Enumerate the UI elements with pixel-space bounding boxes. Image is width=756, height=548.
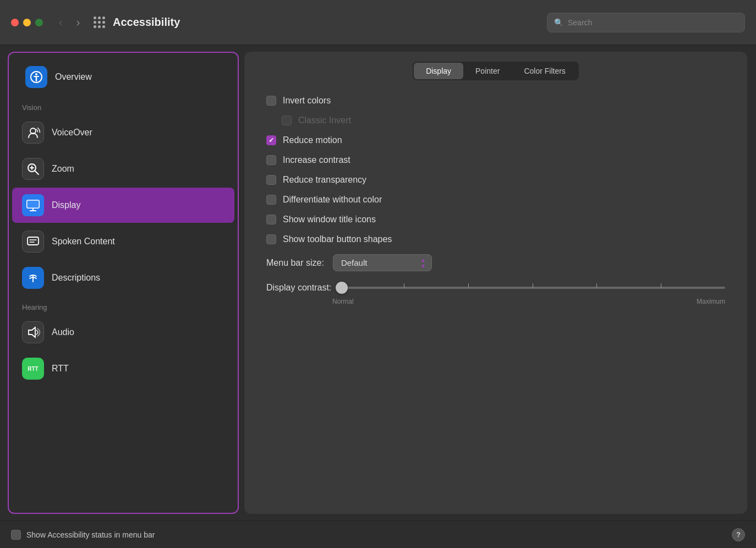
show-accessibility-label: Show Accessibility status in menu bar xyxy=(26,530,155,539)
tabs-container: Display Pointer Color Filters xyxy=(244,52,747,80)
svg-point-1 xyxy=(35,73,37,75)
help-button[interactable]: ? xyxy=(732,528,745,541)
sidebar-item-label-zoom: Zoom xyxy=(52,164,74,174)
checkmark-icon: ✓ xyxy=(269,136,274,144)
label-reduce-motion: Reduce motion xyxy=(283,135,342,145)
spoken-content-icon xyxy=(22,231,44,253)
tab-display[interactable]: Display xyxy=(414,63,463,79)
contrast-row: Display contrast: xyxy=(266,281,725,305)
bottom-bar: Show Accessibility status in menu bar ? xyxy=(0,520,756,548)
setting-row-reduce-transparency: Reduce transparency xyxy=(266,175,725,185)
zoom-icon xyxy=(22,158,44,180)
sidebar-item-spoken-content[interactable]: Spoken Content xyxy=(12,224,234,259)
menu-bar-size-select[interactable]: Default ▲ ▼ xyxy=(333,254,432,271)
checkbox-classic-invert[interactable] xyxy=(282,116,292,125)
overview-icon xyxy=(25,66,47,88)
svg-line-6 xyxy=(35,171,39,175)
label-invert-colors: Invert colors xyxy=(283,96,331,106)
checkbox-differentiate[interactable] xyxy=(266,195,276,205)
sidebar-section-hearing: Hearing xyxy=(9,297,238,314)
setting-row-invert-colors: Invert colors xyxy=(266,96,725,106)
contrast-slider-container xyxy=(340,281,725,294)
svg-rect-12 xyxy=(27,200,39,208)
label-classic-invert: Classic Invert xyxy=(298,116,351,125)
display-icon xyxy=(22,194,44,216)
traffic-lights xyxy=(11,19,43,26)
checkbox-reduce-transparency[interactable] xyxy=(266,175,276,185)
checkbox-invert-colors[interactable] xyxy=(266,96,276,106)
select-arrows-icon: ▲ ▼ xyxy=(420,257,426,268)
setting-row-differentiate: Differentiate without color xyxy=(266,195,725,205)
descriptions-icon xyxy=(22,267,44,289)
checkbox-reduce-motion[interactable]: ✓ xyxy=(266,135,276,145)
contrast-slider-thumb[interactable] xyxy=(336,282,348,294)
setting-row-increase-contrast: Increase contrast xyxy=(266,155,725,165)
sidebar-item-label-display: Display xyxy=(52,200,80,210)
sidebar-item-zoom[interactable]: Zoom xyxy=(12,151,234,187)
sidebar-item-label-rtt: RTT xyxy=(52,364,69,374)
search-bar[interactable]: 🔍 Search xyxy=(547,13,745,32)
label-increase-contrast: Increase contrast xyxy=(283,155,350,165)
app-grid-icon[interactable] xyxy=(94,17,105,28)
slider-label-normal: Normal xyxy=(332,298,354,305)
sidebar-item-label-overview: Overview xyxy=(55,72,92,82)
forward-button[interactable]: › xyxy=(72,16,85,29)
tab-pointer[interactable]: Pointer xyxy=(463,63,512,79)
settings-content: Invert colors Classic Invert ✓ Reduce mo… xyxy=(244,80,747,514)
nav-arrows: ‹ › xyxy=(54,16,85,29)
tab-group: Display Pointer Color Filters xyxy=(413,62,579,80)
back-button[interactable]: ‹ xyxy=(54,16,67,29)
setting-row-toolbar-shapes: Show toolbar button shapes xyxy=(266,234,725,244)
setting-row-classic-invert: Classic Invert xyxy=(282,116,725,125)
sidebar-item-audio[interactable]: Audio xyxy=(12,315,234,350)
right-panel: Display Pointer Color Filters Invert col… xyxy=(239,45,756,520)
fullscreen-button[interactable] xyxy=(35,19,43,26)
checkbox-increase-contrast[interactable] xyxy=(266,155,276,165)
sidebar-item-voiceover[interactable]: VoiceOver xyxy=(12,115,234,150)
sidebar-item-label-audio: Audio xyxy=(52,327,74,337)
setting-row-reduce-motion: ✓ Reduce motion xyxy=(266,135,725,145)
sidebar-item-label-voiceover: VoiceOver xyxy=(52,128,92,138)
bottom-left: Show Accessibility status in menu bar xyxy=(11,530,155,540)
svg-marker-18 xyxy=(29,327,35,337)
sidebar-section-vision: Vision xyxy=(9,97,238,114)
contrast-slider-track xyxy=(340,287,725,289)
sidebar-item-display[interactable]: Display xyxy=(12,188,234,223)
tab-color-filters[interactable]: Color Filters xyxy=(512,63,577,79)
checkbox-window-title-icons[interactable] xyxy=(266,215,276,224)
main-content: Overview Vision VoiceOver xyxy=(0,45,756,520)
sidebar-item-descriptions[interactable]: Descriptions xyxy=(12,260,234,295)
svg-text:RTT: RTT xyxy=(28,366,38,372)
sidebar-item-rtt[interactable]: RTT RTT xyxy=(12,351,234,386)
search-icon: 🔍 xyxy=(554,18,563,27)
sidebar: Overview Vision VoiceOver xyxy=(8,52,239,514)
label-reduce-transparency: Reduce transparency xyxy=(283,175,366,185)
search-placeholder: Search xyxy=(568,18,592,27)
sidebar-item-label-descriptions: Descriptions xyxy=(52,273,100,283)
menu-bar-row: Menu bar size: Default ▲ ▼ xyxy=(266,254,725,271)
sidebar-item-overview[interactable]: Overview xyxy=(15,59,231,95)
close-button[interactable] xyxy=(11,19,19,26)
minimize-button[interactable] xyxy=(23,19,31,26)
titlebar: ‹ › Accessibility 🔍 Search xyxy=(0,0,756,45)
svg-rect-13 xyxy=(28,237,39,245)
voiceover-icon xyxy=(22,122,44,144)
slider-label-maximum: Maximum xyxy=(697,298,725,305)
slider-labels: Normal Maximum xyxy=(266,298,725,305)
display-contrast-label: Display contrast: xyxy=(266,283,331,293)
panel-inner: Display Pointer Color Filters Invert col… xyxy=(244,52,747,514)
menu-bar-size-label: Menu bar size: xyxy=(266,258,324,268)
label-toolbar-shapes: Show toolbar button shapes xyxy=(283,234,392,244)
setting-row-window-title-icons: Show window title icons xyxy=(266,215,725,224)
audio-icon xyxy=(22,321,44,343)
label-window-title-icons: Show window title icons xyxy=(283,215,376,224)
sidebar-item-label-spoken: Spoken Content xyxy=(52,237,115,246)
checkbox-toolbar-shapes[interactable] xyxy=(266,234,276,244)
label-differentiate: Differentiate without color xyxy=(283,195,382,205)
window-title: Accessibility xyxy=(113,16,180,29)
rtt-icon: RTT xyxy=(22,358,44,380)
checkbox-show-accessibility-status[interactable] xyxy=(11,530,21,540)
menu-bar-size-value: Default xyxy=(341,258,368,267)
